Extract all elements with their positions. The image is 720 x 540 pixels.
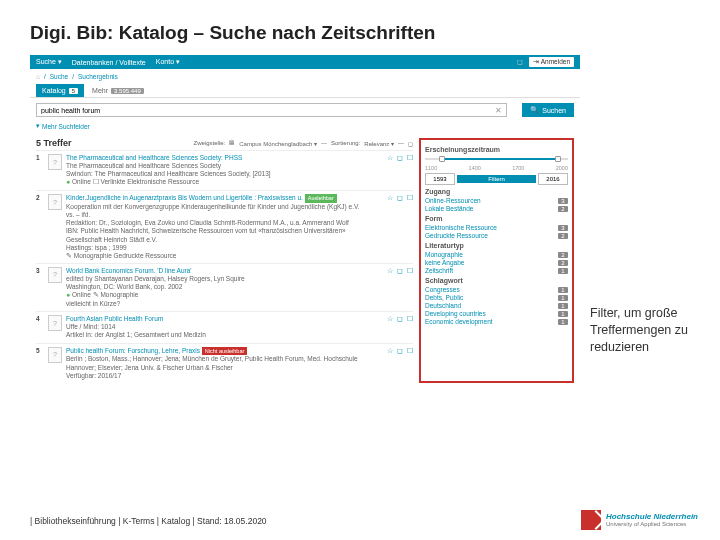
- filter-count: 1: [558, 311, 568, 317]
- filter-count: 1: [558, 268, 568, 274]
- result-item: 3 ? World Bank Economics Forum. 'D line …: [36, 263, 413, 311]
- sect-form: Form: [425, 215, 568, 222]
- home-icon[interactable]: ⌂: [36, 73, 40, 80]
- export-item-icon[interactable]: ☐: [407, 315, 413, 323]
- filter-row[interactable]: Elektronische Ressource3: [425, 224, 568, 231]
- doctype-icon: ?: [48, 267, 62, 283]
- email-item-icon[interactable]: ◻: [397, 347, 403, 355]
- year-slider[interactable]: [425, 155, 568, 163]
- sort-label: Sortierung:: [331, 140, 360, 146]
- filter-count: 2: [558, 206, 568, 212]
- filter-label: Zeitschrift: [425, 267, 558, 274]
- doctype-icon: ?: [48, 315, 62, 331]
- result-item: 1 ? The Pharmaceutical and Healthcare Sc…: [36, 150, 413, 190]
- result-title[interactable]: Kinder.Jugendliche in Augenarztpraxis Bi…: [66, 194, 373, 203]
- result-title[interactable]: World Bank Economics Forum. 'D line Aura…: [66, 267, 373, 275]
- results-list: 5 Treffer Zweigstelle: 🏛 Campus Möncheng…: [36, 138, 413, 383]
- crumb-search[interactable]: Suche: [50, 73, 68, 80]
- brand-logo: Hochschule Niederrhein University of App…: [581, 510, 698, 530]
- save-item-icon[interactable]: ☆: [387, 194, 393, 202]
- filter-count: 2: [558, 260, 568, 266]
- tab-more-count: 3.595.449: [111, 88, 144, 94]
- doctype-icon: ?: [48, 347, 62, 363]
- result-line: Verfügbar: 2016/17: [66, 372, 373, 380]
- result-line: The Pharmaceutical and Healthcare Scienc…: [66, 162, 373, 170]
- year-ticks: 1100140017002000: [425, 165, 568, 171]
- result-line: ✎ Monographie Gedruckte Ressource: [66, 252, 373, 260]
- year-from-input[interactable]: [425, 173, 455, 185]
- result-line: Berlin ; Boston, Mass.; Hannover; Jena; …: [66, 355, 373, 371]
- year-to-input[interactable]: [538, 173, 568, 185]
- bookmark-icon[interactable]: ◻: [517, 58, 523, 66]
- filter-row[interactable]: Online-Ressourcen3: [425, 197, 568, 204]
- email-item-icon[interactable]: ◻: [397, 315, 403, 323]
- filter-count: 1: [558, 287, 568, 293]
- filter-row[interactable]: Economic development1: [425, 318, 568, 325]
- save-item-icon[interactable]: ☆: [387, 154, 393, 162]
- export-item-icon[interactable]: ☐: [407, 194, 413, 202]
- filter-row[interactable]: Debts, Public1: [425, 294, 568, 301]
- filter-row[interactable]: Lokale Bestände2: [425, 205, 568, 212]
- sort-select[interactable]: Relevanz ▾: [364, 140, 394, 147]
- nav-databases[interactable]: Datenbanken / Volltexte: [72, 59, 146, 66]
- result-item: 5 ? Public health Forum: Forschung, Lehr…: [36, 343, 413, 383]
- tab-more[interactable]: Mehr 3.595.449: [92, 87, 144, 94]
- save-item-icon[interactable]: ☆: [387, 315, 393, 323]
- save-item-icon[interactable]: ☆: [387, 267, 393, 275]
- filter-row[interactable]: Monographie2: [425, 251, 568, 258]
- branch-icon: 🏛: [229, 140, 235, 146]
- filter-row[interactable]: Deutschland1: [425, 302, 568, 309]
- search-button[interactable]: 🔍 Suchen: [522, 103, 574, 117]
- filter-count: 2: [558, 233, 568, 239]
- search-input[interactable]: [36, 103, 507, 117]
- export-item-icon[interactable]: ☐: [407, 154, 413, 162]
- filter-label: Debts, Public: [425, 294, 558, 301]
- filter-row[interactable]: keine Angabe2: [425, 259, 568, 266]
- save-item-icon[interactable]: ☆: [387, 347, 393, 355]
- export-item-icon[interactable]: ☐: [407, 347, 413, 355]
- filter-label: Economic development: [425, 318, 558, 325]
- sect-littype: Literaturtyp: [425, 242, 568, 249]
- magnifier-icon: 🔍: [530, 106, 539, 114]
- filter-row[interactable]: Gedruckte Ressource2: [425, 232, 568, 239]
- filter-label: Developing countries: [425, 310, 558, 317]
- result-line: Gesellschaft Heinrich Städt e.V.: [66, 236, 373, 244]
- email-item-icon[interactable]: ◻: [397, 267, 403, 275]
- save-all-icon[interactable]: ◻: [408, 140, 413, 147]
- filter-count: 1: [558, 303, 568, 309]
- doctype-icon: ?: [48, 154, 62, 170]
- result-line: Swindon: The Pharmaceutical and Healthca…: [66, 170, 373, 178]
- result-tabs: Katalog 5 Mehr 3.595.449: [30, 84, 580, 98]
- nav-search[interactable]: Suche ▾: [36, 58, 62, 66]
- result-number: 2: [36, 194, 44, 260]
- result-number: 5: [36, 347, 44, 380]
- clear-icon[interactable]: ✕: [495, 106, 502, 115]
- branch-select[interactable]: Campus Mönchengladbach ▾: [239, 140, 317, 147]
- result-line: Kooperation mit der Konvergenzgruppe Kin…: [66, 203, 373, 211]
- result-title[interactable]: Public health Forum: Forschung, Lehre, P…: [66, 347, 373, 356]
- result-title[interactable]: Fourth Asian Public Health Forum: [66, 315, 373, 323]
- email-item-icon[interactable]: ◻: [397, 194, 403, 202]
- slide-title: Digi. Bib: Katalog – Suche nach Zeitschr…: [0, 0, 720, 54]
- filter-label: Gedruckte Ressource: [425, 232, 558, 239]
- result-item: 4 ? Fourth Asian Public Health Forum Uff…: [36, 311, 413, 342]
- export-item-icon[interactable]: ☐: [407, 267, 413, 275]
- filter-row[interactable]: Congresses1: [425, 286, 568, 293]
- filter-year-button[interactable]: Filtern: [457, 175, 536, 183]
- advanced-link-label: Mehr Suchfelder: [42, 123, 90, 130]
- result-title[interactable]: The Pharmaceutical and Healthcare Scienc…: [66, 154, 373, 162]
- sect-keyword: Schlagwort: [425, 277, 568, 284]
- filter-row[interactable]: Developing countries1: [425, 310, 568, 317]
- tab-catalog[interactable]: Katalog 5: [36, 84, 84, 97]
- crumb-results: Suchergebnis: [78, 73, 118, 80]
- advanced-link[interactable]: ▾ Mehr Suchfelder: [30, 122, 580, 134]
- nav-account[interactable]: Konto ▾: [156, 58, 180, 66]
- filter-row[interactable]: Zeitschrift1: [425, 267, 568, 274]
- search-bar: ✕ 🔍 Suchen: [30, 98, 580, 122]
- result-line: vs. – ifd.: [66, 211, 373, 219]
- login-button[interactable]: ⇥ Anmelden: [529, 57, 574, 67]
- sect-access: Zugang: [425, 188, 568, 195]
- email-item-icon[interactable]: ◻: [397, 154, 403, 162]
- filter-label: Lokale Bestände: [425, 205, 558, 212]
- slide-footer: | Bibliothekseinführung | K-Terms | Kata…: [30, 516, 267, 526]
